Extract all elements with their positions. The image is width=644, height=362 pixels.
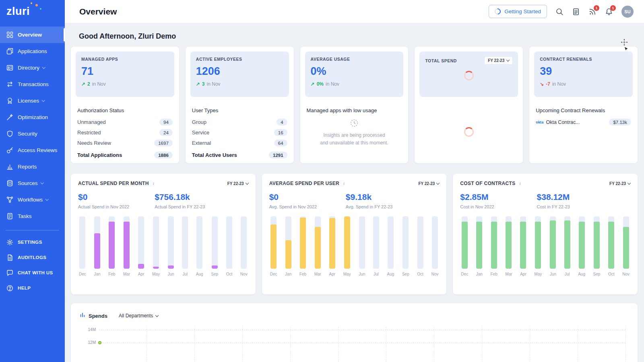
bar-month-label: Nov bbox=[240, 272, 248, 276]
grid-line bbox=[386, 327, 386, 362]
bar-column: Oct bbox=[608, 216, 615, 276]
sidebar-item-licenses[interactable]: Licenses bbox=[0, 93, 65, 109]
search-icon[interactable] bbox=[555, 8, 564, 16]
department-select[interactable]: All Departments bbox=[119, 313, 158, 319]
directory-icon bbox=[6, 64, 13, 71]
progress-ring-icon bbox=[493, 7, 502, 16]
section-title: User Types bbox=[192, 107, 287, 113]
fiscal-year-select[interactable]: FY 22-23 bbox=[227, 181, 248, 186]
spends-title: Spends bbox=[89, 313, 107, 319]
grid-line bbox=[482, 327, 482, 362]
bar-column: May bbox=[152, 216, 160, 276]
spends-plot: 14M 12M bbox=[99, 330, 625, 362]
bar-month-label: Oct bbox=[608, 272, 615, 276]
transactions-icon bbox=[6, 81, 13, 88]
info-icon[interactable]: i bbox=[519, 181, 520, 186]
gear-icon bbox=[6, 239, 13, 246]
sidebar-item-overview[interactable]: Overview bbox=[0, 27, 65, 43]
empty-message: Insights are being processed and unavail… bbox=[320, 132, 388, 146]
stat-title: AVERAGE USAGE bbox=[311, 57, 398, 62]
chart-stat: $0 Avg. Spend in Nov 2022 bbox=[269, 192, 346, 209]
bar-column: Jan bbox=[285, 216, 291, 276]
sidebar-item-workflows[interactable]: Workflows bbox=[0, 191, 65, 208]
bar-column: Aug bbox=[196, 216, 203, 276]
row-value-badge: 64 bbox=[274, 140, 287, 146]
bar-month-label: May bbox=[152, 272, 160, 276]
grid-line bbox=[147, 327, 147, 362]
bar-column: Jul bbox=[373, 216, 379, 276]
stat-label: Cost in FY 22-23 bbox=[537, 204, 613, 209]
stat-list: User Types Group 4 Service 16 External 6… bbox=[186, 102, 294, 158]
workflow-icon bbox=[6, 196, 13, 203]
sidebar-item-directory[interactable]: Directory bbox=[0, 60, 65, 76]
stat-card-managed-apps: MANAGED APPS 71 ↗ 2 in Nov Authorization… bbox=[71, 47, 179, 163]
bar-month-label: Dec bbox=[79, 272, 86, 276]
sidebar-item-transactions[interactable]: Transactions bbox=[0, 76, 65, 93]
info-icon[interactable]: i bbox=[153, 181, 154, 186]
sidebar-item-label: Transactions bbox=[18, 81, 49, 87]
renewal-row[interactable]: okta Okta Contrac... $7.13k bbox=[536, 119, 631, 125]
bar-column: Feb bbox=[299, 216, 306, 276]
bar bbox=[182, 216, 188, 269]
department-label: All Departments bbox=[119, 313, 153, 319]
list-item: Restricted 24 bbox=[77, 129, 173, 136]
bar-column: Sep bbox=[593, 216, 601, 276]
bar-month-label: Feb bbox=[490, 272, 497, 276]
info-icon[interactable]: i bbox=[343, 181, 345, 186]
grid-line bbox=[99, 330, 625, 330]
bar bbox=[417, 216, 423, 269]
bar-column: Jan bbox=[476, 216, 483, 276]
stat-value: $0 bbox=[269, 192, 346, 202]
bar-month-label: May bbox=[343, 272, 351, 276]
trend-period: in Nov bbox=[326, 81, 339, 87]
trend: ↗ 0% in Nov bbox=[311, 81, 398, 87]
y-axis-tick: 12M bbox=[83, 340, 96, 345]
feed-icon[interactable]: 1 bbox=[588, 8, 597, 16]
sidebar-item-optimization[interactable]: Optimization bbox=[0, 109, 65, 125]
bell-icon[interactable]: 1 bbox=[605, 8, 613, 16]
bar bbox=[329, 216, 335, 269]
fiscal-year-select[interactable]: FY 22-23 bbox=[609, 181, 630, 186]
chat-icon bbox=[6, 269, 13, 276]
grid-line bbox=[194, 327, 195, 362]
avatar[interactable]: SU bbox=[621, 6, 634, 18]
grid-line bbox=[434, 327, 434, 362]
sidebar-item-access-reviews[interactable]: Access Reviews bbox=[0, 142, 65, 158]
sidebar-item-security[interactable]: Security bbox=[0, 125, 65, 142]
bar-column: Mar bbox=[505, 216, 512, 276]
loading-spinner bbox=[464, 127, 474, 137]
bar bbox=[535, 216, 541, 269]
row-label: Restricted bbox=[77, 130, 101, 136]
fiscal-year-select[interactable]: FY 22-23 bbox=[485, 57, 512, 64]
sidebar-item-tasks[interactable]: Tasks bbox=[0, 208, 65, 224]
sidebar-item-help[interactable]: HELP bbox=[0, 280, 65, 296]
bar-month-label: Aug bbox=[196, 272, 203, 276]
grid-line bbox=[242, 327, 243, 362]
sidebar-item-chat-with-us[interactable]: CHAT WITH US bbox=[0, 265, 65, 280]
stat-value: 39 bbox=[540, 65, 627, 78]
bar-month-label: Oct bbox=[226, 272, 233, 276]
sidebar-item-applications[interactable]: Applications bbox=[0, 43, 65, 60]
bar-column: May bbox=[534, 216, 542, 276]
bar bbox=[315, 216, 321, 269]
bar bbox=[520, 216, 526, 269]
sidebar-item-settings[interactable]: SETTINGS bbox=[0, 234, 65, 250]
sidebar-item-label: Access Reviews bbox=[18, 147, 57, 153]
bar bbox=[608, 216, 614, 269]
grid-line bbox=[99, 343, 625, 343]
chart-title: ACTUAL SPEND PER MONTH bbox=[78, 181, 149, 186]
chart-title: AVERAGE SPEND PER USER bbox=[269, 181, 339, 186]
list-item: Unmanaged 94 bbox=[77, 119, 173, 125]
row-label: Needs Review bbox=[77, 140, 111, 146]
sidebar-item-auditlogs[interactable]: AUDITLOGS bbox=[0, 250, 65, 265]
getting-started-button[interactable]: Getting Started bbox=[489, 5, 547, 18]
zluri-logo: zluri bbox=[0, 0, 65, 23]
chevron-down-icon bbox=[40, 181, 43, 184]
sidebar-item-reports[interactable]: Reports bbox=[0, 158, 65, 175]
row-label: Group bbox=[192, 119, 206, 125]
fiscal-year-select[interactable]: FY 22-23 bbox=[418, 181, 439, 186]
row-value-badge: 1291 bbox=[269, 152, 287, 158]
bar-column: Aug bbox=[387, 216, 394, 276]
clipboard-icon[interactable] bbox=[572, 8, 580, 16]
sidebar-item-sources[interactable]: Sources bbox=[0, 175, 65, 191]
